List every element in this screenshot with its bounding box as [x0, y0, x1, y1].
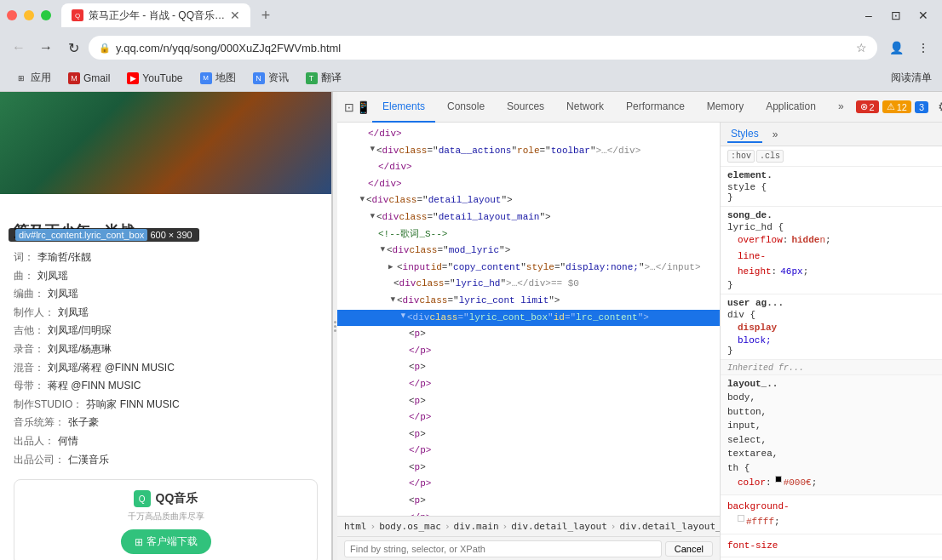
- tab-performance[interactable]: Performance: [616, 92, 695, 123]
- bookmark-gmail[interactable]: M Gmail: [63, 71, 115, 86]
- bookmark-news-label: 资讯: [268, 71, 289, 85]
- style-selector-song: song_de.: [727, 210, 935, 220]
- album-art: [0, 92, 331, 194]
- tab-console[interactable]: Console: [437, 92, 495, 123]
- tab-bar: Q 策马正少年 - 肖战 - QQ音乐-千... ✕ +: [61, 3, 850, 27]
- breadcrumb-body[interactable]: body.os_mac: [379, 521, 441, 532]
- close-window-button[interactable]: [7, 10, 17, 20]
- elements-tree[interactable]: </div> ▶ <div class="data__actions" role…: [337, 123, 720, 516]
- bookmark-translate[interactable]: T 翻译: [301, 69, 347, 87]
- tab-elements[interactable]: Elements: [372, 92, 435, 123]
- style-rule-lineheight: line-: [727, 249, 935, 265]
- info-badge: 3: [915, 101, 928, 113]
- bookmark-maps[interactable]: M 地图: [195, 69, 241, 87]
- maximize-window-button[interactable]: [41, 10, 51, 20]
- window-controls: [7, 10, 51, 20]
- tree-line[interactable]: </p>: [337, 443, 720, 460]
- breadcrumb-detail-layout[interactable]: div.detail_layout: [511, 521, 607, 532]
- reading-mode-button[interactable]: 阅读清单: [891, 71, 932, 85]
- tree-line[interactable]: </div>: [337, 176, 720, 193]
- tree-line[interactable]: ▶ <div class="mod_lyric">: [337, 243, 720, 260]
- bookmark-news[interactable]: N 资讯: [248, 69, 294, 87]
- tree-line[interactable]: <p>: [337, 426, 720, 443]
- minimize-window-button[interactable]: [24, 10, 34, 20]
- tree-line-selected[interactable]: ▶ <div class="lyric_cont_box" id="lrc_co…: [337, 310, 720, 327]
- back-button[interactable]: ←: [7, 36, 31, 60]
- qq-music-panel: Q QQ音乐 千万高品质曲库尽享 ⊞ 客户端下载: [14, 479, 318, 560]
- tab-more[interactable]: »: [828, 92, 854, 123]
- download-client-button[interactable]: ⊞ 客户端下载: [121, 529, 211, 554]
- tree-line[interactable]: ▶ <div class="detail_layout_main">: [337, 209, 720, 226]
- elements-panel: </div> ▶ <div class="data__actions" role…: [337, 123, 721, 560]
- bookmark-youtube[interactable]: ▶ YouTube: [122, 71, 187, 86]
- tree-line[interactable]: ▶ <div class="detail_layout">: [337, 192, 720, 209]
- tab-memory[interactable]: Memory: [697, 92, 754, 123]
- devtools-right-controls: ⊗ 2 ⚠ 12 3 ⚙ ⋮ ✕: [856, 95, 942, 119]
- tree-line[interactable]: <div class="lyric_hd" >…</div> == $0: [337, 276, 720, 293]
- inspect-element-button[interactable]: ⊡: [344, 95, 354, 119]
- style-filter-bar: :hov .cls: [721, 146, 942, 167]
- pseudo-filter-buttons: :hov .cls: [727, 150, 784, 163]
- find-input[interactable]: [344, 540, 662, 557]
- browser-frame: Q 策马正少年 - 肖战 - QQ音乐-千... ✕ + – ⊡ ✕ ← → ↻…: [0, 0, 942, 560]
- reload-button[interactable]: ↻: [61, 36, 85, 60]
- tree-line[interactable]: ▶ <div class="data__actions" role="toolb…: [337, 143, 720, 160]
- tree-line[interactable]: ▶ <div class="lyric_cont limit">: [337, 293, 720, 310]
- color-swatch: [775, 476, 782, 483]
- meta-music-director: 音乐统筹：张子豪: [14, 414, 318, 432]
- tree-line[interactable]: ▶ <input id="copy_content" style="displa…: [337, 260, 720, 277]
- device-toolbar-button[interactable]: 📱: [356, 95, 370, 119]
- tree-line[interactable]: <p>: [337, 393, 720, 410]
- tree-line[interactable]: <p>: [337, 326, 720, 343]
- close-icon[interactable]: ✕: [911, 3, 935, 27]
- style-inherited-rule: body,button,input,select,textarea,th {: [727, 391, 935, 475]
- minimize-icon[interactable]: –: [857, 3, 881, 27]
- webpage-top-image: [0, 92, 331, 194]
- menu-icon[interactable]: ⋮: [911, 36, 935, 60]
- find-bar: Cancel: [337, 536, 720, 560]
- address-bar[interactable]: 🔒 y.qq.com/n/yqq/song/000XuZJq2FWVmb.htm…: [89, 36, 877, 60]
- new-tab-button[interactable]: +: [254, 3, 278, 27]
- styles-tab[interactable]: Styles: [727, 126, 762, 143]
- breadcrumb-main[interactable]: div.main: [454, 521, 499, 532]
- bookmark-icon[interactable]: ☆: [856, 41, 867, 54]
- tab-sources[interactable]: Sources: [497, 92, 554, 123]
- download-label: 客户端下载: [146, 534, 198, 549]
- meta-arranger: 编曲：刘凤瑶: [14, 285, 318, 304]
- meta-recording: 录音：刘凤瑶/杨惠琳: [14, 340, 318, 359]
- tree-line[interactable]: </p>: [337, 476, 720, 493]
- tree-line[interactable]: <p>: [337, 493, 720, 510]
- bookmark-apps[interactable]: ⊞ 应用: [10, 69, 56, 87]
- tree-line[interactable]: </p>: [337, 510, 720, 516]
- restore-icon[interactable]: ⊡: [884, 3, 908, 27]
- forward-button[interactable]: →: [34, 36, 58, 60]
- tree-line[interactable]: <p>: [337, 460, 720, 477]
- tree-line[interactable]: </p>: [337, 343, 720, 360]
- tree-line[interactable]: </p>: [337, 409, 720, 426]
- meta-mixing: 混音：刘凤瑶/蒋程 @FINN MUSIC: [14, 359, 318, 378]
- tree-line[interactable]: </div>: [337, 159, 720, 176]
- styles-more-tab[interactable]: »: [769, 127, 782, 142]
- news-icon: N: [253, 72, 265, 84]
- style-brace-close3: }: [727, 346, 935, 356]
- meta-producer: 制作人：刘凤瑶: [14, 304, 318, 323]
- tree-line[interactable]: <!--歌词_S-->: [337, 226, 720, 243]
- tab-close-button[interactable]: ✕: [230, 9, 240, 22]
- breadcrumb-html[interactable]: html: [344, 521, 367, 532]
- style-block-inherited: layout_.. body,button,input,select,texta…: [721, 375, 942, 495]
- devtools-settings-button[interactable]: ⚙: [932, 95, 942, 119]
- cls-filter-button[interactable]: .cls: [756, 150, 784, 163]
- inherited-label: Inherited fr...: [721, 360, 942, 375]
- gmail-icon: M: [68, 72, 80, 84]
- profile-icon[interactable]: 👤: [884, 36, 908, 60]
- tab-network[interactable]: Network: [556, 92, 614, 123]
- meta-composer: 曲：刘凤瑶: [14, 267, 318, 286]
- hov-filter-button[interactable]: :hov: [727, 150, 755, 163]
- cancel-find-button[interactable]: Cancel: [665, 541, 713, 557]
- tree-line[interactable]: </div>: [337, 126, 720, 143]
- breadcrumb-detail-layout-main[interactable]: div.detail_layout_main: [619, 521, 720, 532]
- tree-line[interactable]: </p>: [337, 376, 720, 393]
- browser-tab[interactable]: Q 策马正少年 - 肖战 - QQ音乐-千... ✕: [61, 3, 250, 27]
- tree-line[interactable]: <p>: [337, 359, 720, 376]
- tab-application[interactable]: Application: [755, 92, 826, 123]
